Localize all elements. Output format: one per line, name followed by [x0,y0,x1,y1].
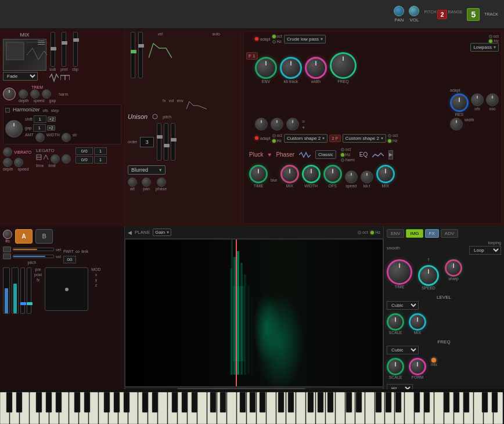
lfo-knob[interactable] [3,230,12,239]
piano-keys[interactable]: // Draw piano keys programmatically [0,392,504,424]
kb-small-knob[interactable] [271,118,283,131]
custom-shape-2a-dropdown[interactable]: Custom shape 2 [284,134,327,143]
vol-slider[interactable] [13,255,54,258]
wave-icon[interactable] [49,73,59,82]
shift-val[interactable]: 1 [34,115,46,123]
legato-icon2[interactable] [43,154,49,160]
env-val4[interactable]: 1 [94,156,107,164]
x2-btn1[interactable]: ×2 [48,117,56,122]
kb-track-knob[interactable] [280,57,302,79]
clip-slider[interactable] [73,32,78,67]
f2-hz[interactable]: Hz [272,139,282,143]
harm-knob[interactable] [3,88,16,100]
amt-knob[interactable] [5,120,23,137]
vol-knob[interactable] [409,6,419,16]
pitch-sl2[interactable] [27,267,31,314]
freq-scale-knob[interactable] [387,358,404,375]
square-icon[interactable] [60,73,70,82]
mix-knob[interactable] [280,165,299,183]
time-env-knob[interactable] [387,259,412,285]
b-button[interactable]: B [35,229,53,244]
ofs-knob[interactable] [471,93,484,106]
blurred-dropdown[interactable]: Blurred [128,165,165,175]
vibrato-depth[interactable] [3,158,12,167]
hz-radio[interactable]: Hz [272,39,282,44]
piano-svg[interactable]: // Draw piano keys programmatically [0,392,504,424]
vibrato-env-knob[interactable] [3,147,12,157]
spectrogram[interactable] [125,239,383,387]
xy-pad[interactable] [45,267,88,311]
track-value[interactable]: 5 [467,8,480,21]
harmonizer-checkbox[interactable] [5,108,10,113]
vol-ch2[interactable] [12,267,19,314]
sub-slider[interactable] [51,32,55,67]
vel-slider[interactable] [13,248,54,251]
c-hz[interactable]: Hz [341,153,355,157]
piano-keyboard[interactable]: // Draw piano keys programmatically [0,389,504,424]
lowpass-dropdown[interactable]: Lowpass [470,43,499,52]
width-bot-knob[interactable] [302,165,321,183]
order-slider2[interactable] [164,123,168,161]
c-harm[interactable]: harm [341,158,355,162]
oct-radio[interactable]: oct [272,34,282,38]
pitch-sl1[interactable] [20,267,25,314]
slider2[interactable] [138,32,143,78]
pitch-value[interactable]: 2 [437,10,447,19]
crude-lowpass-dropdown[interactable]: Crude low pass [284,35,326,44]
env-val1[interactable]: 0/0 [75,147,93,155]
bot-hz[interactable]: Hz [370,230,380,234]
mix3-knob[interactable] [376,165,395,183]
classic-dropdown[interactable]: Classic [315,150,336,159]
a-button[interactable]: A [15,229,33,244]
f2b-hz[interactable]: Hz [388,139,398,143]
res-knob[interactable] [450,93,469,112]
img-tab[interactable]: IMG [406,229,423,238]
order-slider3[interactable] [171,123,175,161]
depth-knob[interactable] [19,89,28,99]
right-arrow[interactable]: ▶ [388,150,393,160]
waveform-display[interactable] [3,39,46,71]
legato-icon1[interactable] [36,154,42,160]
legato-limit[interactable] [62,154,71,164]
order-slider1[interactable] [157,123,161,161]
width-knob2[interactable] [305,57,327,79]
width-r-knob[interactable] [450,118,463,131]
lowpass-hz[interactable]: Hz [489,39,499,43]
speed-bot-knob[interactable] [345,171,358,183]
speed-env-knob[interactable] [418,265,439,286]
part-val[interactable]: 00 [63,256,76,263]
pan-knob2[interactable] [142,177,151,187]
speed-knob[interactable] [30,89,39,99]
ofs-bot-knob[interactable] [323,165,342,183]
pan-knob[interactable] [394,6,404,16]
env-small-knob[interactable] [255,118,268,131]
fade-dropdown[interactable]: Fade [3,72,38,81]
legato-time[interactable] [51,154,60,164]
env-val2[interactable]: 1 [94,147,107,155]
link-btn[interactable]: link [81,249,88,254]
mix-env-knob[interactable] [409,313,426,331]
f2b-oct[interactable]: oct [388,133,398,137]
fx-tab[interactable]: FX [425,229,439,238]
width-knob[interactable] [35,133,45,142]
freq-knob[interactable] [330,52,357,79]
phase-knob[interactable] [157,177,166,187]
freq-cubic-dropdown[interactable]: Cubic [387,346,419,354]
vibrato-speed[interactable] [14,158,23,167]
vel-toggle[interactable] [3,247,11,252]
adv-tab[interactable]: ADV [441,229,458,238]
scale-knob[interactable] [387,313,404,331]
att-knob[interactable] [128,177,137,187]
order-box[interactable]: 3 [140,137,154,147]
slider1[interactable] [131,32,135,78]
bot-oct[interactable]: oct [358,230,368,234]
f2-oct[interactable]: oct [272,133,282,137]
str-knob[interactable] [62,133,71,142]
lowpass-oct[interactable]: oct [489,34,499,38]
c-oct[interactable]: oct [341,147,355,151]
prot-slider[interactable] [62,32,66,67]
level-cubic-dropdown[interactable]: Cubic [387,301,419,310]
gap-knob[interactable] [42,89,51,99]
env-val3[interactable]: 0/0 [75,156,93,164]
osc-knob[interactable] [486,93,499,106]
